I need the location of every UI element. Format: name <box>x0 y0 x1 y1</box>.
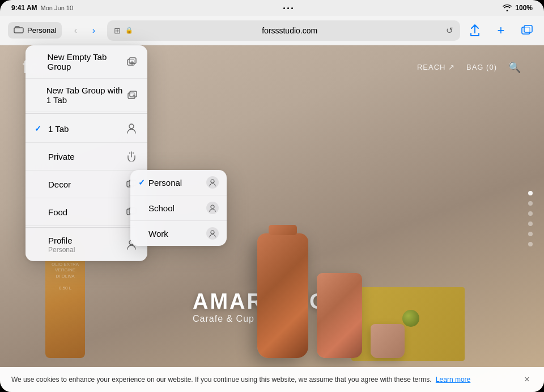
submenu-personal[interactable]: ✓ Personal <box>130 170 227 195</box>
tab-overview-button[interactable] <box>518 22 536 40</box>
reach-link[interactable]: REACH ↗ <box>417 63 455 71</box>
personal-label: Personal <box>148 178 206 188</box>
dot-6 <box>528 242 533 246</box>
refresh-icon[interactable]: ↺ <box>446 25 453 36</box>
profile-label: Profile <box>48 236 75 245</box>
tab-label: Personal <box>27 26 56 35</box>
new-tab-group-with-tab-icon <box>127 88 138 102</box>
nav-arrows: ‹ › <box>67 23 101 39</box>
cookie-learn-more-link[interactable]: Learn more <box>436 376 470 384</box>
menu-item-1-tab[interactable]: ✓ 1 Tab <box>26 115 147 143</box>
tab-switcher-icon <box>14 25 24 35</box>
private-hand-icon <box>125 150 138 163</box>
wifi-icon <box>503 5 512 11</box>
profile-submenu: ✓ Personal School Work <box>130 170 227 246</box>
profile-sublabel: Personal <box>48 246 75 254</box>
lock-icon: 🔒 <box>125 27 133 34</box>
tab-switcher-button[interactable]: Personal <box>8 22 62 39</box>
menu-item-profile[interactable]: Profile Personal <box>26 229 147 261</box>
cookie-banner: We use cookies to enhance your experienc… <box>0 367 544 392</box>
page-indicator <box>528 191 533 246</box>
forward-button[interactable]: › <box>86 23 101 39</box>
svg-rect-6 <box>130 91 137 97</box>
cookie-text: We use cookies to enhance your experienc… <box>11 375 516 385</box>
share-button[interactable] <box>466 22 484 40</box>
cup <box>371 324 405 358</box>
svg-rect-0 <box>14 28 23 33</box>
url-text: forss​studio.com <box>138 26 441 35</box>
svg-rect-2 <box>524 25 532 32</box>
status-bar-center <box>283 7 293 9</box>
bottle-decoration: OLIO EXTRAVERGINEDI OLIVA0,50 L <box>45 245 85 358</box>
work-person-icon <box>206 227 219 240</box>
fruit-decoration <box>402 310 419 327</box>
cookie-close-button[interactable]: × <box>521 374 533 385</box>
bag-link[interactable]: BAG (0) <box>466 63 497 71</box>
status-bar-left: 9:41 AM Mon Jun 10 <box>11 4 73 12</box>
vase-tall <box>257 233 308 358</box>
new-empty-tab-group-label: New Empty Tab Group <box>48 52 126 71</box>
1-tab-label: 1 Tab <box>48 124 69 134</box>
menu-divider-2 <box>26 227 147 228</box>
submenu-work[interactable]: Work <box>130 221 227 246</box>
1-tab-check: ✓ <box>35 124 45 133</box>
nav-actions: + <box>466 22 536 40</box>
ipad-frame: 9:41 AM Mon Jun 10 100% <box>0 0 544 392</box>
school-label: School <box>148 203 206 213</box>
menu-item-private[interactable]: Private <box>26 143 147 171</box>
menu-item-new-tab-group-with-1-tab[interactable]: New Tab Group with 1 Tab <box>26 79 147 112</box>
back-button[interactable]: ‹ <box>67 23 83 39</box>
svg-point-13 <box>211 180 214 183</box>
private-label: Private <box>48 152 75 161</box>
new-tab-group-with-1-tab-label: New Tab Group with 1 Tab <box>46 86 128 105</box>
dot-2 <box>528 201 533 206</box>
work-label: Work <box>148 229 206 238</box>
food-label: Food <box>48 207 67 217</box>
1-tab-person-icon <box>125 122 138 135</box>
personal-person-icon <box>206 176 219 189</box>
status-bar: 9:41 AM Mon Jun 10 100% <box>0 0 544 16</box>
address-bar[interactable]: ⊞ 🔒 forss​studio.com ↺ <box>107 20 460 41</box>
dot-4 <box>528 221 533 226</box>
school-person-icon <box>206 202 219 214</box>
svg-point-15 <box>211 231 214 234</box>
new-tab-group-icon <box>126 55 138 69</box>
menu-item-new-empty-tab-group[interactable]: New Empty Tab Group <box>26 45 147 79</box>
site-nav: REACH ↗ BAG (0) 🔍 <box>417 61 521 74</box>
menu-item-decor[interactable]: Decor <box>26 171 147 198</box>
decor-label: Decor <box>48 180 71 189</box>
menu-item-food[interactable]: Food <box>26 198 147 226</box>
menu-divider-1 <box>26 113 147 114</box>
personal-check: ✓ <box>138 178 148 187</box>
dot3 <box>291 7 293 9</box>
dot-5 <box>528 232 533 236</box>
battery: 100% <box>515 4 533 12</box>
dot1 <box>283 7 285 9</box>
vase-short <box>317 273 362 358</box>
nav-bar: Personal ‹ › ⊞ 🔒 forss​studio.com ↺ + <box>0 16 544 45</box>
product-vases <box>257 233 405 358</box>
date: Mon Jun 10 <box>41 5 73 11</box>
search-button[interactable]: 🔍 <box>508 61 521 74</box>
svg-point-7 <box>129 124 134 129</box>
add-tab-button[interactable]: + <box>492 22 510 40</box>
dot2 <box>287 7 289 9</box>
status-bar-right: 100% <box>503 4 533 12</box>
submenu-school[interactable]: School <box>130 195 227 221</box>
dot-3 <box>528 211 533 216</box>
reader-mode-icon: ⊞ <box>114 26 121 35</box>
svg-point-14 <box>211 205 214 208</box>
dot-1 <box>528 191 533 195</box>
time: 9:41 AM <box>11 4 37 12</box>
dropdown-menu: New Empty Tab Group New Tab Group with 1… <box>26 45 147 261</box>
